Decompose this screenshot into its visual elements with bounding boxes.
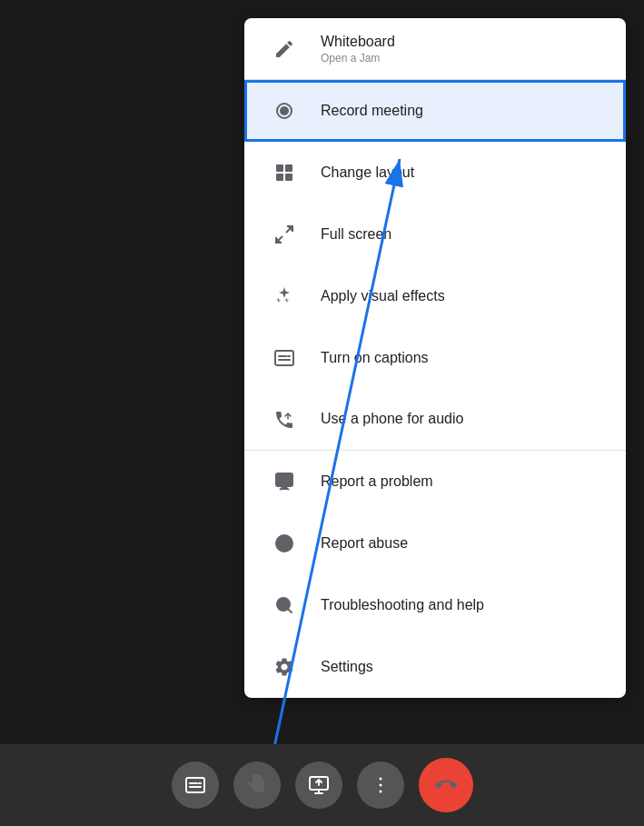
record-icon [266,93,302,129]
svg-point-17 [284,547,285,548]
sparkle-icon [266,278,302,314]
svg-point-1 [280,106,289,115]
menu-item-full-screen[interactable]: Full screen [244,204,626,265]
svg-rect-4 [276,174,283,181]
svg-rect-8 [275,351,293,365]
svg-point-26 [379,778,381,781]
pencil-icon [266,31,302,67]
svg-rect-2 [276,164,283,172]
settings-icon [266,649,302,685]
captions-icon [266,340,302,376]
menu-item-settings[interactable]: Settings [244,636,626,698]
menu-text-whiteboard: Whiteboard Open a Jam [321,33,395,65]
svg-rect-5 [285,174,292,181]
menu-item-whiteboard[interactable]: Whiteboard Open a Jam [244,18,626,80]
end-call-button[interactable] [419,758,473,812]
report-problem-label: Report a problem [321,473,433,492]
menu-item-report-problem[interactable]: Report a problem [244,451,626,513]
full-screen-label: Full screen [321,225,391,244]
layout-icon [266,154,302,191]
dropdown-menu: Whiteboard Open a Jam Record meeting Cha… [244,18,626,698]
fullscreen-icon [266,216,302,253]
menu-item-report-abuse[interactable]: Report abuse [244,513,626,574]
troubleshooting-label: Troubleshooting and help [321,596,484,615]
record-meeting-label: Record meeting [321,102,423,121]
svg-point-28 [379,791,381,793]
phone-icon [266,402,302,438]
settings-label: Settings [321,658,373,677]
report-abuse-label: Report abuse [321,534,408,553]
svg-rect-3 [285,164,292,172]
menu-item-captions[interactable]: Turn on captions [244,327,626,389]
phone-audio-label: Use a phone for audio [321,410,463,429]
whiteboard-label: Whiteboard [321,33,395,52]
troubleshoot-icon [266,587,302,623]
visual-effects-label: Apply visual effects [321,287,445,306]
more-options-button[interactable] [357,761,404,809]
menu-item-change-layout[interactable]: Change layout [244,142,626,204]
captions-button[interactable] [172,761,219,809]
whiteboard-sublabel: Open a Jam [321,52,395,65]
svg-point-14 [284,483,285,483]
menu-item-troubleshooting[interactable]: Troubleshooting and help [244,574,626,636]
report-problem-icon [266,463,302,500]
present-button[interactable] [295,761,342,809]
captions-label: Turn on captions [321,349,429,368]
svg-point-27 [379,784,381,787]
report-abuse-icon [266,525,302,562]
toolbar [0,744,644,826]
menu-item-visual-effects[interactable]: Apply visual effects [244,265,626,327]
menu-item-record-meeting[interactable]: Record meeting [244,80,626,142]
menu-item-phone-audio[interactable]: Use a phone for audio [244,389,626,451]
svg-rect-21 [186,778,204,792]
raise-hand-button[interactable] [233,761,281,809]
change-layout-label: Change layout [321,164,414,183]
